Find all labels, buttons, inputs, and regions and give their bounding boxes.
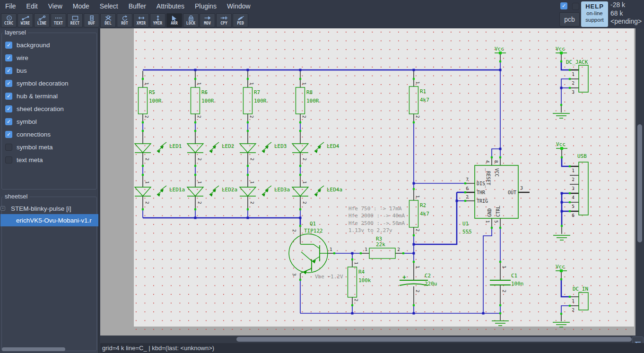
svg-text:2: 2	[302, 158, 307, 161]
tool-button-cpy[interactable]: CPY	[216, 13, 232, 27]
tool-button-lock[interactable]: LOCK	[183, 13, 199, 27]
mirror-y-icon	[153, 15, 163, 21]
layer-row-symbol-meta: symbol meta	[2, 141, 96, 154]
pen-edit-icon	[236, 15, 245, 21]
layer-label[interactable]: symbol decoration	[17, 80, 69, 87]
counter-pending: <pending>	[610, 17, 644, 26]
tool-button-rot[interactable]: ROT	[117, 13, 132, 27]
menu-item-mode[interactable]: Mode	[68, 0, 95, 13]
mirror-x-icon	[137, 15, 146, 21]
tool-button-line[interactable]: LINE	[34, 13, 50, 27]
svg-text:GND: GND	[487, 208, 492, 217]
layer-label[interactable]: bus	[17, 67, 27, 74]
tool-button-buf[interactable]: BUF	[84, 13, 99, 27]
svg-text:USB: USB	[577, 153, 587, 159]
menu-item-buffer[interactable]: Buffer	[123, 0, 151, 13]
tool-label: XMIR	[137, 22, 146, 26]
tool-button-xmir[interactable]: XMIR	[133, 13, 149, 27]
layer-label[interactable]: symbol	[17, 118, 37, 125]
svg-text:LED4a: LED4a	[327, 187, 342, 193]
toolbar-checkbox-unchecked[interactable]	[572, 3, 579, 10]
layer-checkbox[interactable]: ✓	[5, 105, 12, 112]
schematic-svg[interactable]: R5100R12R6100R12R7100R12R8100R12R14k712R…	[100, 28, 635, 336]
svg-text:2: 2	[354, 299, 359, 301]
svg-text:R6: R6	[201, 89, 208, 95]
tool-button-text[interactable]: TEXT	[51, 13, 66, 27]
svg-text:LED2a: LED2a	[222, 187, 237, 193]
svg-text:Vcc: Vcc	[556, 264, 565, 270]
svg-text:100R: 100R	[254, 98, 267, 104]
menu-item-plugins[interactable]: Plugins	[190, 0, 222, 13]
sidebar-scrollbar-thumb[interactable]	[2, 347, 65, 351]
tree-expander-icon[interactable]: -	[0, 206, 5, 211]
layer-checkbox[interactable]: ✓	[5, 118, 12, 125]
tool-button-ped[interactable]: PED	[233, 13, 248, 27]
svg-text:555: 555	[462, 229, 472, 235]
svg-text:6: 6	[572, 213, 574, 218]
layer-checkbox[interactable]	[5, 156, 12, 164]
layer-row-wire: ✓wire	[2, 52, 96, 64]
horizontal-scrollbar-thumb[interactable]	[236, 337, 632, 342]
layer-checkbox[interactable]: ✓	[5, 42, 12, 49]
help-line-1: HELP	[581, 3, 608, 10]
tool-button-mov[interactable]: MOV	[200, 13, 215, 27]
layer-checkbox[interactable]	[5, 144, 12, 151]
toolbar-checkbox-checked[interactable]: ✓	[560, 2, 567, 9]
layer-label[interactable]: sheet decoration	[17, 105, 64, 112]
svg-text:1: 1	[302, 181, 307, 184]
menu-item-file[interactable]: File	[0, 0, 21, 13]
svg-text:R2: R2	[420, 202, 426, 208]
counter-2: 68 k	[610, 9, 644, 18]
schematic-canvas[interactable]: R5100R12R6100R12R7100R12R8100R12R14k712R…	[100, 28, 635, 336]
svg-text:2: 2	[415, 290, 420, 293]
layer-checkbox[interactable]: ✓	[5, 93, 12, 100]
menu-item-edit[interactable]: Edit	[21, 0, 43, 13]
svg-text:R4: R4	[358, 269, 365, 275]
tool-button-wire[interactable]: WIRE	[17, 13, 33, 27]
svg-text:TIP122: TIP122	[304, 228, 323, 234]
tool-button-rect[interactable]: RECT	[67, 13, 83, 27]
layer-row-connections: ✓connections	[2, 128, 96, 141]
menu-item-attributes[interactable]: Attributes	[151, 0, 190, 13]
rotate-icon	[120, 15, 130, 21]
svg-text:R5: R5	[149, 89, 155, 95]
menu-item-view[interactable]: View	[43, 0, 68, 13]
layer-checkbox[interactable]: ✓	[5, 131, 12, 138]
vertical-scrollbar[interactable]	[635, 28, 644, 336]
move-icon	[203, 15, 212, 21]
tool-button-arr[interactable]: ARR	[166, 13, 182, 27]
buffer-icon	[87, 15, 96, 21]
pcb-button[interactable]: pcb	[559, 12, 580, 26]
menu-item-select[interactable]: Select	[95, 0, 123, 13]
tool-button-ymir[interactable]: YMIR	[150, 13, 165, 27]
svg-text:LED1a: LED1a	[169, 187, 185, 193]
vertical-scrollbar-thumb[interactable]	[637, 124, 642, 242]
layer-label[interactable]: text meta	[17, 156, 43, 164]
horizontal-scrollbar[interactable]	[100, 336, 644, 343]
sheet-root-label: STEM-blinky-pulse [i]	[11, 205, 71, 212]
tool-button-circ[interactable]: CIRC	[1, 13, 17, 27]
svg-text:Vbe ~1.2V: Vbe ~1.2V	[315, 274, 343, 280]
layer-label[interactable]: connections	[17, 131, 51, 138]
help-online-support-button[interactable]: HELP on-line support	[581, 1, 608, 27]
svg-text:Vcc: Vcc	[556, 141, 566, 147]
layer-checkbox[interactable]: ✓	[5, 80, 12, 87]
svg-text:1: 1	[197, 181, 202, 184]
menu-item-window[interactable]: Window	[222, 0, 256, 13]
svg-text:1: 1	[572, 168, 574, 173]
lock-icon	[186, 15, 196, 21]
layer-label[interactable]: wire	[17, 54, 28, 61]
tool-button-del[interactable]: DEL	[100, 13, 116, 27]
svg-text:Vcc: Vcc	[495, 46, 504, 52]
layer-label[interactable]: symbol meta	[17, 144, 53, 151]
layer-checkbox[interactable]: ✓	[5, 67, 12, 74]
sheet-tree-root[interactable]: - STEM-blinky-pulse [i]	[2, 204, 96, 213]
layer-checkbox[interactable]: ✓	[5, 54, 12, 61]
svg-text:R8: R8	[306, 89, 313, 95]
svg-text:2: 2	[250, 201, 255, 204]
layer-label[interactable]: hub & terminal	[17, 93, 58, 100]
sheet-selected-row[interactable]: erichVK5-Ovu-Mobani-v1.r	[0, 214, 98, 226]
layer-label[interactable]: background	[17, 42, 50, 49]
svg-text:2: 2	[145, 158, 150, 161]
svg-text:2: 2	[250, 158, 255, 161]
